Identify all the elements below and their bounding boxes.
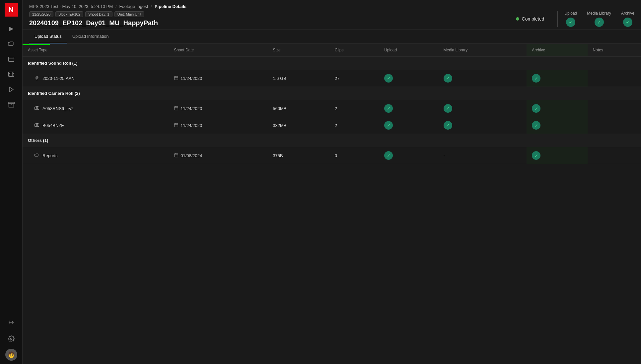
td-notes	[588, 100, 641, 117]
page-title-left: 11/25/2020Block: EP102Shoot Day: 1Unit: …	[29, 11, 158, 27]
asset-type-icon	[35, 106, 39, 111]
app-logo[interactable]: N	[5, 3, 18, 17]
check-icon: ✓	[444, 121, 452, 130]
tags: 11/25/2020Block: EP102Shoot Day: 1Unit: …	[29, 11, 158, 17]
tab-upload-status[interactable]: Upload Status	[29, 30, 67, 43]
calendar-icon	[174, 76, 178, 81]
shoot-date-value: 01/08/2024	[180, 153, 202, 158]
td-notes	[588, 117, 641, 134]
td-clips: 2	[329, 117, 379, 134]
sidebar-item-film[interactable]	[5, 68, 18, 81]
td-shoot-date: 11/24/2020	[169, 70, 267, 87]
sidebar-item-play[interactable]: ▶	[5, 22, 18, 35]
check-icon: ✓	[444, 104, 452, 113]
td-upload: ✓	[379, 147, 438, 164]
check-icon: ✓	[384, 121, 393, 130]
td-notes	[588, 70, 641, 87]
pipeline-check-icon: ✓	[566, 18, 575, 27]
sidebar-item-archive[interactable]	[5, 98, 18, 111]
td-archive: ✓	[527, 70, 587, 87]
svg-rect-22	[36, 106, 38, 107]
tag: Block: EP102	[55, 11, 83, 17]
asset-type-icon	[35, 123, 39, 128]
breadcrumb-section: Footage Ingest	[119, 4, 148, 9]
asset-name: B054BNZE	[42, 123, 64, 128]
td-upload: ✓	[379, 117, 438, 134]
breadcrumb-sep1: /	[115, 4, 117, 9]
asset-type-icon	[35, 76, 39, 81]
td-shoot-date: 11/24/2020	[169, 100, 267, 117]
calendar-icon	[174, 123, 178, 128]
group-label: Identified Camera Roll (2)	[23, 87, 641, 100]
pipeline-check-icon: ✓	[595, 18, 604, 27]
sidebar: N ▶	[0, 0, 23, 364]
table-row: A058RNS6_try2 11/24/2020560MB2✓✓✓	[23, 100, 641, 117]
td-upload: ✓	[379, 70, 438, 87]
check-icon: ✓	[384, 151, 393, 160]
tab-upload-information[interactable]: Upload Information	[67, 30, 114, 43]
shoot-date-value: 11/24/2020	[180, 106, 202, 111]
svg-rect-17	[175, 76, 178, 80]
th-notes: Notes	[588, 44, 641, 57]
check-icon: ✓	[532, 151, 540, 160]
table-row: B054BNZE 11/24/2020332MB2✓✓✓	[23, 117, 641, 134]
sidebar-item-clip[interactable]	[5, 83, 18, 96]
svg-rect-29	[36, 123, 38, 124]
th-upload: Upload	[379, 44, 438, 57]
td-asset-type: B054BNZE	[23, 117, 169, 134]
sidebar-item-pipeline[interactable]	[5, 316, 18, 329]
th-asset_type: Asset Type	[23, 44, 169, 57]
check-icon: ✓	[384, 104, 393, 113]
pipeline-status-item: Upload ✓	[564, 11, 577, 27]
td-media-library: ✓	[438, 70, 527, 87]
td-notes	[588, 147, 641, 164]
td-archive: ✓	[527, 147, 587, 164]
pipeline-check-icon: ✓	[623, 18, 632, 27]
pipeline-status-label: Media Library	[587, 11, 611, 16]
user-avatar[interactable]: 🧑	[5, 349, 17, 361]
td-media-library: ✓	[438, 117, 527, 134]
td-clips: 27	[329, 70, 379, 87]
tag: Unit: Main Unit	[114, 11, 144, 17]
sidebar-item-folder1[interactable]	[5, 37, 18, 50]
td-archive: ✓	[527, 117, 587, 134]
check-icon: ✓	[532, 74, 540, 83]
svg-marker-8	[9, 87, 13, 92]
svg-rect-9	[8, 102, 14, 104]
page-title-row: 11/25/2020Block: EP102Shoot Day: 1Unit: …	[29, 11, 634, 27]
check-icon: ✓	[532, 104, 540, 113]
sidebar-item-folder2[interactable]	[5, 52, 18, 66]
pipeline-status-item: Archive ✓	[621, 11, 634, 27]
main-table: Asset TypeShoot DateSizeClipsUploadMedia…	[23, 44, 641, 164]
td-clips: 2	[329, 100, 379, 117]
td-media-library: ✓	[438, 100, 527, 117]
calendar-icon	[174, 106, 178, 111]
group-label: Identified Sound Roll (1)	[23, 57, 641, 70]
asset-name: A058RNS6_try2	[42, 106, 74, 111]
pipeline-status-label: Archive	[621, 11, 634, 16]
td-asset-type: 2020-11-25.AAN	[23, 70, 169, 87]
calendar-icon	[174, 153, 178, 158]
svg-rect-24	[175, 106, 178, 110]
sidebar-item-settings[interactable]	[5, 332, 18, 345]
td-archive: ✓	[527, 100, 587, 117]
breadcrumb-active: Pipeline Details	[155, 4, 186, 9]
th-shoot_date: Shoot Date	[169, 44, 267, 57]
svg-rect-31	[175, 123, 178, 127]
svg-rect-35	[175, 153, 178, 157]
svg-rect-1	[8, 72, 14, 76]
td-media-library: -	[438, 147, 527, 164]
table-group-row: Others (1)	[23, 134, 641, 147]
main-content: MPS 2023 Test - May 10, 2023, 5:24:10 PM…	[23, 0, 641, 364]
table-group-row: Identified Camera Roll (2)	[23, 87, 641, 100]
breadcrumb: MPS 2023 Test - May 10, 2023, 5:24:10 PM…	[29, 4, 634, 9]
td-upload: ✓	[379, 100, 438, 117]
svg-rect-14	[36, 76, 37, 78]
svg-point-23	[36, 107, 38, 109]
status-label: Completed	[522, 16, 544, 22]
th-clips: Clips	[329, 44, 379, 57]
td-size: 375B	[267, 147, 329, 164]
td-size: 332MB	[267, 117, 329, 134]
table-group-row: Identified Sound Roll (1)	[23, 57, 641, 70]
td-clips: 0	[329, 147, 379, 164]
